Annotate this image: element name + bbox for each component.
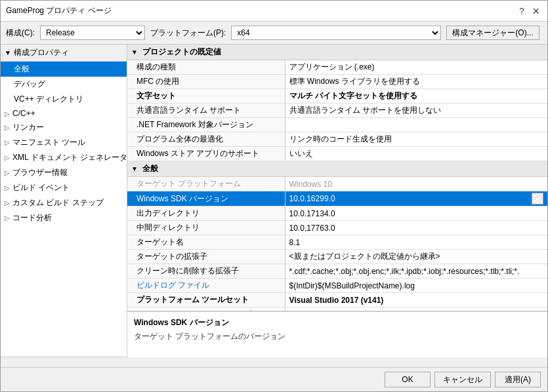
prop-value-sdk: 10.0.16299.0 ▾ [285, 191, 547, 206]
table-row: 中間ディレクトリ 10.0.17763.0 [127, 221, 547, 235]
table-row: 構成の種類 アプリケーション (.exe) [127, 60, 547, 75]
sidebar-item-linker[interactable]: ▷ リンカー [1, 120, 127, 135]
help-button[interactable]: ? [516, 5, 528, 17]
sidebar-collapse-icon: ▼ [5, 49, 11, 56]
expand-icon-cpp: ▷ [5, 110, 10, 117]
section1-collapse-icon: ▼ [131, 49, 140, 56]
prop-key: 共通言語ランタイム サポート [127, 104, 285, 118]
prop-value [285, 118, 547, 132]
prop-value: 8.1 [285, 235, 547, 250]
prop-value: 共通言語ランタイム サポートを使用しない [285, 104, 547, 118]
prop-value: マルチ バイト文字セットを使用する [285, 89, 547, 104]
section-project-defaults: ▼ プロジェクトの既定値 [127, 45, 547, 60]
section2-collapse-icon: ▼ [131, 165, 140, 172]
sidebar-item-custombuild-label: カスタム ビルド ステップ [12, 197, 104, 208]
prop-key: .NET Framework 対象バージョン [127, 118, 285, 132]
table-row: プログラム全体の最適化 リンク時のコード生成を使用 [127, 132, 547, 147]
table-row: 出力ディレクトリ 10.0.17134.0 [127, 206, 547, 221]
sidebar-item-debug[interactable]: デバッグ [1, 77, 127, 92]
sidebar-item-codeanalysis-label: コード分析 [12, 212, 52, 224]
sidebar-item-xml-label: XML ドキュメント ジェネレーター [12, 152, 127, 163]
prop-key: プログラム全体の最適化 [127, 132, 285, 147]
prop-value: $(IntDir)$(MSBuildProjectName).log [285, 279, 547, 293]
config-manager-button[interactable]: 構成マネージャー(O)... [446, 26, 539, 40]
bottom-bar: OK キャンセル 適用(A) [1, 367, 547, 391]
sidebar-item-codeanalysis[interactable]: ▷ コード分析 [1, 210, 127, 225]
prop-value: アプリケーション (.exe) [285, 60, 547, 75]
main-content: ▼ 構成プロパティ 全般 デバッグ VC++ ディレクトリ ▷ C/C++ ▷ … [1, 45, 547, 357]
properties-table: ▼ プロジェクトの既定値 構成の種類 アプリケーション (.exe) MFC の… [127, 45, 547, 311]
prop-key-sdk: Windows SDK バージョン [127, 191, 285, 206]
table-row: MFC の使用 標準 Windows ライブラリを使用する [127, 75, 547, 89]
prop-value: *.cdf;*.cache;*.obj;*.obj.enc;*.ilk;*.ip… [285, 264, 547, 279]
sidebar-item-manifest[interactable]: ▷ マニフェスト ツール [1, 135, 127, 150]
expand-icon-codeanalysis: ▷ [5, 214, 10, 222]
prop-value: Windows 10 [285, 177, 547, 191]
expand-icon-browser: ▷ [5, 169, 10, 176]
sidebar: ▼ 構成プロパティ 全般 デバッグ VC++ ディレクトリ ▷ C/C++ ▷ … [1, 45, 127, 357]
ok-button[interactable]: OK [385, 372, 431, 387]
sidebar-item-cpp[interactable]: ▷ C/C++ [1, 107, 127, 120]
prop-value: リンク時のコード生成を使用 [285, 132, 547, 147]
cancel-button[interactable]: キャンセル [434, 372, 491, 387]
prop-key: Windows ストア アプリのサポート [127, 147, 285, 161]
apply-button[interactable]: 適用(A) [495, 372, 541, 387]
table-row: ターゲットの拡張子 <親またはプロジェクトの既定値から継承> [127, 250, 547, 264]
sidebar-item-buildevents-label: ビルド イベント [12, 182, 70, 193]
prop-key: プラットフォーム ツールセット [127, 293, 285, 307]
sidebar-item-browser-label: ブラウザー情報 [12, 167, 68, 178]
props-table: ▼ プロジェクトの既定値 構成の種類 アプリケーション (.exe) MFC の… [127, 45, 547, 311]
section2-title: 全般 [142, 164, 158, 173]
prop-value: 10.0.17763.0 [285, 221, 547, 235]
sidebar-item-vcdirs[interactable]: VC++ ディレクトリ [1, 92, 127, 107]
toolbar: 構成(C): Release プラットフォーム(P): x64 構成マネージャー… [1, 22, 547, 45]
sidebar-item-general[interactable]: 全般 [1, 62, 127, 77]
prop-key: クリーン時に削除する拡張子 [127, 264, 285, 279]
prop-key: 中間ディレクトリ [127, 221, 285, 235]
main-window: GameProg プロパティ ページ ? ✕ 構成(C): Release プラ… [0, 0, 548, 392]
prop-value: 標準 Windows ライブラリを使用する [285, 75, 547, 89]
platform-select[interactable]: x64 [231, 26, 441, 40]
window-title: GameProg プロパティ ページ [6, 5, 112, 16]
sidebar-header-label: 構成プロパティ [14, 47, 69, 58]
expand-icon-buildevents: ▷ [5, 184, 10, 191]
table-row: ターゲット名 8.1 [127, 235, 547, 250]
section1-title: プロジェクトの既定値 [142, 47, 221, 56]
info-panel-description: ターゲット プラットフォームのバージョン [134, 331, 541, 342]
sidebar-header: ▼ 構成プロパティ [1, 45, 127, 62]
sidebar-item-browser[interactable]: ▷ ブラウザー情報 [1, 165, 127, 180]
table-row: プラットフォーム ツールセット Visual Studio 2017 (v141… [127, 293, 547, 307]
expand-icon-custombuild: ▷ [5, 199, 10, 206]
expand-icon-linker: ▷ [5, 124, 10, 131]
prop-key: 構成の種類 [127, 60, 285, 75]
table-row: クリーン時に削除する拡張子 *.cdf;*.cache;*.obj;*.obj.… [127, 264, 547, 279]
table-row: 文字セット マルチ バイト文字セットを使用する [127, 89, 547, 104]
prop-key: ターゲットの拡張子 [127, 250, 285, 264]
prop-key: ターゲット名 [127, 235, 285, 250]
table-row: .NET Framework 対象バージョン [127, 118, 547, 132]
prop-value: 10.0.17134.0 [285, 206, 547, 221]
title-buttons: ? ✕ [516, 5, 542, 17]
expand-icon-manifest: ▷ [5, 139, 10, 146]
sidebar-item-custombuild[interactable]: ▷ カスタム ビルド ステップ [1, 195, 127, 210]
right-panel: ▼ プロジェクトの既定値 構成の種類 アプリケーション (.exe) MFC の… [127, 45, 547, 357]
config-select[interactable]: Release [40, 26, 145, 40]
section-general: ▼ 全般 [127, 161, 547, 177]
sdk-dropdown-arrow[interactable]: ▾ [532, 193, 543, 205]
info-panel: Windows SDK バージョン ターゲット プラットフォームのバージョン [127, 311, 547, 357]
info-panel-title: Windows SDK バージョン [134, 317, 541, 328]
table-row-sdk-version[interactable]: Windows SDK バージョン 10.0.16299.0 ▾ [127, 191, 547, 206]
sidebar-item-xml[interactable]: ▷ XML ドキュメント ジェネレーター [1, 150, 127, 165]
title-bar: GameProg プロパティ ページ ? ✕ [1, 1, 547, 22]
sidebar-item-cpp-label: C/C++ [12, 109, 35, 118]
sidebar-item-buildevents[interactable]: ▷ ビルド イベント [1, 180, 127, 195]
prop-value: いいえ [285, 147, 547, 161]
table-row: ターゲット プラットフォーム Windows 10 [127, 177, 547, 191]
close-button[interactable]: ✕ [530, 5, 542, 17]
sdk-version-value: 10.0.16299.0 [289, 194, 335, 203]
prop-key: MFC の使用 [127, 75, 285, 89]
platform-label: プラットフォーム(P): [150, 28, 226, 39]
prop-value: Visual Studio 2017 (v141) [285, 293, 547, 307]
prop-key: 文字セット [127, 89, 285, 104]
config-label: 構成(C): [6, 28, 35, 39]
